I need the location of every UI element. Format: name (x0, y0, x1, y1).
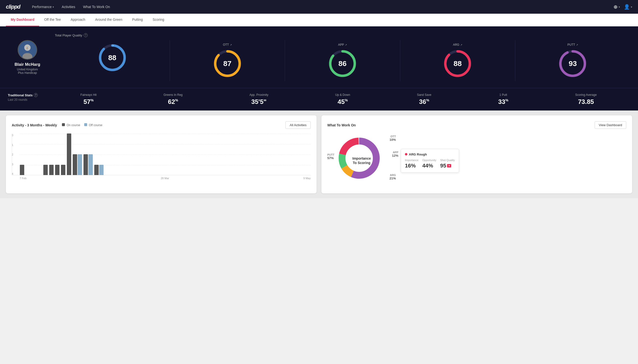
bar-on-course (43, 165, 48, 175)
ann-arg: ARG 21% (389, 174, 396, 180)
total-quality-label: Total Player Quality ? (55, 33, 630, 37)
work-on-card: What To Work On View Dashboard (321, 116, 632, 193)
bar-on-course (20, 165, 24, 175)
score-card-total: 88 (55, 40, 170, 81)
user-menu-button[interactable]: 👤 ▾ (624, 4, 632, 10)
donut-section: ImportanceTo Scoring OTT 10% APP 12% ARG… (327, 134, 626, 188)
arg-dot (405, 153, 407, 156)
bar-on-course (55, 165, 60, 175)
activity-card: Activity - 3 Months - Weekly On course O… (6, 116, 317, 193)
ring-total: 88 (98, 43, 127, 72)
view-dashboard-button[interactable]: View Dashboard (595, 121, 626, 129)
nav-links: Performance ▾ Activities What To Work On (32, 5, 110, 9)
logo-text: clippd (6, 4, 20, 10)
bar-group (94, 165, 104, 175)
bar-on-course (67, 134, 71, 175)
shot-quality-metric: Shot Quality 95 ▼ (440, 159, 455, 169)
ott-score-value: 87 (223, 60, 231, 68)
nav-performance[interactable]: Performance ▾ (32, 5, 54, 9)
bar-off-course (78, 154, 82, 175)
hero-section: 🏌️ Blair McHarg United Kingdom Plus Hand… (0, 26, 638, 88)
arg-rough-info-card: ARG Rough Importance 16% Opportunity 44%… (401, 149, 459, 172)
player-info: 🏌️ Blair McHarg United Kingdom Plus Hand… (8, 40, 47, 74)
bar-on-course (73, 154, 77, 175)
score-card-putt: PUTT ↗ 93 (515, 40, 630, 81)
stat-scoring-average: Scoring Average 73.85 (575, 93, 597, 106)
nav-activities[interactable]: Activities (62, 5, 75, 9)
bar-group (32, 174, 36, 175)
stat-fairways-hit: Fairways Hit 57% (81, 93, 97, 106)
player-name: Blair McHarg (15, 62, 40, 67)
bottom-section: Activity - 3 Months - Weekly On course O… (0, 110, 638, 198)
bar-chart-inner (12, 134, 311, 175)
player-handicap: Plus Handicap (18, 71, 37, 74)
all-activities-button[interactable]: All Activities (285, 121, 311, 129)
sub-nav: My Dashboard Off the Tee Approach Around… (0, 14, 638, 26)
work-on-card-header: What To Work On View Dashboard (327, 121, 626, 129)
work-on-card-title: What To Work On (327, 123, 356, 127)
top-nav: clippd Performance ▾ Activities What To … (0, 0, 638, 14)
importance-metric: Importance 16% (405, 159, 418, 169)
subnav-scoring[interactable]: Scoring (148, 14, 169, 26)
score-card-arg: ARG ↗ 88 (400, 40, 515, 81)
down-badge: ▼ (447, 164, 451, 168)
x-labels: 7 Feb28 Mar9 May (12, 177, 311, 180)
svg-text:🏌️: 🏌️ (26, 47, 29, 50)
logo[interactable]: clippd (6, 4, 20, 10)
stats-subtitle: Last 20 rounds (8, 98, 47, 102)
ring-putt: 93 (558, 49, 587, 78)
bar-group (67, 134, 71, 175)
stat-items: Fairways Hit 57% Greens In Reg 62% App. … (47, 93, 630, 106)
avatar: 🏌️ (18, 40, 37, 60)
ring-arg: 88 (443, 49, 472, 78)
bar-group (84, 154, 93, 175)
stat-up-and-down: Up & Down 45% (335, 93, 350, 106)
bar-group (49, 165, 54, 175)
score-cards: 88 OTT ↗ 87 (55, 40, 630, 81)
subnav-approach[interactable]: Approach (66, 14, 90, 26)
stat-greens-in-reg: Greens In Reg 62% (163, 93, 183, 106)
app-score-value: 86 (338, 60, 346, 68)
bar-chart: 4 3 2 1 0 7 Feb28 Mar9 May (12, 134, 311, 182)
opportunity-metric: Opportunity 44% (422, 159, 436, 169)
score-card-app: APP ↗ 86 (285, 40, 400, 81)
ann-ott: OTT 10% (389, 135, 396, 142)
subnav-around-the-green[interactable]: Around the Green (90, 14, 127, 26)
bar-group (73, 154, 82, 175)
subnav-my-dashboard[interactable]: My Dashboard (6, 14, 39, 26)
score-card-ott: OTT ↗ 87 (170, 40, 285, 81)
stats-help-icon[interactable]: ? (34, 93, 38, 97)
add-button[interactable]: ⊕ ▾ (613, 4, 620, 10)
ann-putt: PUTT 57% (327, 153, 334, 160)
bar-group (38, 174, 42, 175)
bar-group (55, 165, 60, 175)
putt-score-value: 93 (569, 60, 577, 68)
donut-label: ImportanceTo Scoring (352, 156, 371, 165)
bar-on-course (49, 165, 54, 175)
donut-wrapper: ImportanceTo Scoring OTT 10% APP 12% ARG… (327, 134, 396, 188)
bar-off-course (88, 154, 93, 175)
stats-bar: Traditional Stats ? Last 20 rounds Fairw… (0, 88, 638, 110)
subnav-off-the-tee[interactable]: Off the Tee (39, 14, 66, 26)
ann-app: APP 12% (392, 151, 398, 158)
bar-group (20, 165, 24, 175)
legend-on-course-dot (62, 123, 65, 126)
bar-off-course (99, 165, 104, 175)
bar-empty (38, 174, 42, 175)
bar-on-course (61, 165, 65, 175)
bar-group (43, 165, 48, 175)
arg-score-value: 88 (454, 60, 462, 68)
ring-ott: 87 (213, 49, 242, 78)
help-icon[interactable]: ? (84, 33, 88, 37)
bar-empty (32, 174, 36, 175)
stat-1-putt: 1 Putt 33% (498, 93, 508, 106)
ring-app: 86 (328, 49, 357, 78)
stat-app-proximity: App. Proximity 35'5" (250, 93, 268, 106)
bar-on-course (84, 154, 88, 175)
subnav-putting[interactable]: Putting (127, 14, 148, 26)
bar-on-course (94, 165, 99, 175)
nav-what-to-work-on[interactable]: What To Work On (83, 5, 110, 9)
info-metrics: Importance 16% Opportunity 44% Shot Qual… (405, 159, 455, 169)
legend: On course Off course (62, 123, 102, 127)
bar-empty (26, 174, 30, 175)
